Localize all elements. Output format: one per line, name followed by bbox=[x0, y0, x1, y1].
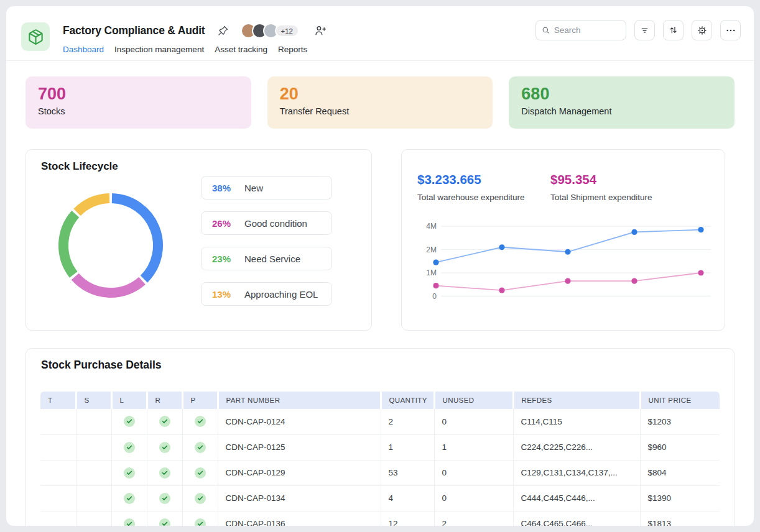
legend-item-new[interactable]: 38%New bbox=[201, 176, 332, 200]
cell-check bbox=[111, 460, 147, 485]
table-row[interactable]: CDN-CAP-013440C444,C445,C446,...$1390 bbox=[40, 485, 720, 511]
data-point bbox=[499, 244, 504, 250]
cell-unused: 1 bbox=[434, 434, 513, 460]
pin-button[interactable] bbox=[216, 24, 229, 37]
sort-button[interactable] bbox=[663, 20, 684, 40]
stat-label: Transfer Request bbox=[280, 106, 481, 116]
cell-part-number: CDN-CAP-0129 bbox=[218, 460, 381, 485]
search-box[interactable] bbox=[535, 20, 626, 40]
cell-check bbox=[111, 485, 147, 511]
stat-card-dispatch-management[interactable]: 680Dispatch Management bbox=[509, 76, 735, 129]
stat-value: 680 bbox=[521, 85, 722, 104]
cell-check bbox=[182, 460, 218, 485]
cell-check bbox=[147, 434, 182, 460]
app-logo bbox=[21, 22, 50, 51]
check-icon bbox=[195, 442, 206, 453]
data-point bbox=[631, 278, 637, 284]
table-row[interactable]: CDN-CAP-012511C224,C225,C226...$960 bbox=[40, 434, 720, 460]
stat-value: 700 bbox=[38, 85, 239, 104]
column-header-unused[interactable]: UNUSED bbox=[434, 392, 513, 409]
column-header-s[interactable]: S bbox=[76, 392, 111, 409]
nav-item-asset-tracking[interactable]: Asset tracking bbox=[215, 45, 267, 54]
stat-label: Dispatch Management bbox=[521, 106, 722, 116]
nav-item-dashboard[interactable]: Dashboard bbox=[63, 45, 104, 54]
stat-value: 20 bbox=[280, 85, 481, 104]
pushpin-icon bbox=[216, 24, 229, 37]
more-options-button[interactable] bbox=[720, 20, 741, 40]
check-icon bbox=[195, 518, 206, 526]
cell-flag bbox=[76, 434, 111, 460]
donut-segment-approaching-eol bbox=[77, 198, 109, 213]
cell-part-number: CDN-CAP-0125 bbox=[218, 434, 381, 460]
cell-refdes: C114,C115 bbox=[513, 409, 640, 434]
column-header-refdes[interactable]: REFDES bbox=[513, 392, 640, 409]
data-point bbox=[631, 229, 637, 235]
cell-flag bbox=[76, 460, 111, 485]
y-axis-tick: 0 bbox=[432, 292, 437, 301]
cell-flag bbox=[40, 409, 76, 434]
column-header-quantity[interactable]: QUANTITY bbox=[381, 392, 434, 409]
legend-item-need-service[interactable]: 23%Need Service bbox=[201, 247, 332, 270]
cell-quantity: 12 bbox=[381, 511, 434, 526]
sort-arrows-icon bbox=[668, 25, 679, 35]
column-header-r[interactable]: R bbox=[147, 392, 182, 409]
cell-quantity: 53 bbox=[381, 460, 434, 485]
app-header: Factory Compliance & Audit +12 bbox=[6, 6, 754, 61]
table-row[interactable]: CDN-CAP-0129530C129,C131,C134,C137,...$8… bbox=[40, 460, 720, 485]
avatar-count-badge[interactable]: +12 bbox=[275, 24, 300, 37]
y-axis-tick: 1M bbox=[426, 268, 437, 277]
page-title: Factory Compliance & Audit bbox=[63, 24, 205, 37]
search-input[interactable] bbox=[554, 25, 620, 35]
person-plus-icon bbox=[314, 24, 327, 37]
stock-purchase-details-card: Stock Purchase Details TSLRPPART NUMBERQ… bbox=[25, 348, 735, 526]
stat-card-stocks[interactable]: 700Stocks bbox=[25, 76, 251, 129]
cell-check bbox=[182, 511, 218, 526]
filter-button[interactable] bbox=[634, 20, 655, 40]
column-header-unit-price[interactable]: UNIT PRICE bbox=[640, 392, 720, 409]
legend-percent: 13% bbox=[212, 289, 236, 300]
cell-check bbox=[182, 434, 218, 460]
table-row[interactable]: CDN-CAP-012420C114,C115$1203 bbox=[40, 409, 720, 434]
donut-segment-new bbox=[112, 198, 158, 279]
cell-unit-price: $1813 bbox=[640, 511, 720, 526]
app-canvas: Factory Compliance & Audit +12 bbox=[6, 6, 754, 526]
search-icon bbox=[542, 25, 550, 35]
legend-percent: 38% bbox=[212, 183, 236, 193]
column-header-p[interactable]: P bbox=[182, 392, 218, 409]
legend-percent: 23% bbox=[212, 254, 236, 264]
stat-cards-row: 700Stocks20Transfer Request680Dispatch M… bbox=[25, 76, 735, 129]
add-member-button[interactable] bbox=[314, 24, 327, 37]
stock-lifecycle-card: Stock Lifecycle 38%New26%Good condition2… bbox=[25, 149, 372, 331]
column-header-part-number[interactable]: PART NUMBER bbox=[218, 392, 381, 409]
check-icon bbox=[159, 442, 170, 453]
legend-label: Good condition bbox=[244, 218, 307, 229]
check-icon bbox=[195, 416, 206, 427]
cell-quantity: 2 bbox=[381, 409, 434, 434]
check-icon bbox=[124, 442, 135, 453]
check-icon bbox=[124, 518, 135, 526]
nav-item-inspection-management[interactable]: Inspection management bbox=[114, 45, 204, 54]
cell-flag bbox=[76, 485, 111, 511]
check-icon bbox=[124, 493, 135, 504]
cell-unit-price: $1390 bbox=[640, 485, 720, 511]
member-avatars[interactable]: +12 bbox=[241, 23, 300, 39]
data-point bbox=[698, 270, 703, 275]
donut-segment-need-service bbox=[63, 214, 75, 274]
nav-item-reports[interactable]: Reports bbox=[278, 45, 307, 54]
cell-flag bbox=[76, 409, 111, 434]
stat-card-transfer-request[interactable]: 20Transfer Request bbox=[267, 76, 493, 129]
cell-flag bbox=[76, 511, 111, 526]
table-row[interactable]: CDN-CAP-0136122C464,C465,C466...$1813 bbox=[40, 511, 720, 526]
settings-button[interactable] bbox=[692, 20, 712, 40]
legend-item-approaching-eol[interactable]: 13%Approaching EOL bbox=[201, 282, 332, 306]
table-header-row: TSLRPPART NUMBERQUANTITYUNUSEDREFDESUNIT… bbox=[40, 392, 720, 409]
stock-lifecycle-title: Stock Lifecycle bbox=[41, 160, 118, 173]
column-header-l[interactable]: L bbox=[111, 392, 147, 409]
column-header-t[interactable]: T bbox=[40, 392, 76, 409]
cell-refdes: C129,C131,C134,C137,... bbox=[513, 460, 640, 485]
stock-lifecycle-donut-chart bbox=[58, 193, 164, 298]
legend-item-good-condition[interactable]: 26%Good condition bbox=[201, 211, 332, 235]
ellipsis-icon bbox=[725, 25, 736, 36]
cell-check bbox=[147, 485, 182, 511]
package-icon bbox=[27, 29, 44, 45]
